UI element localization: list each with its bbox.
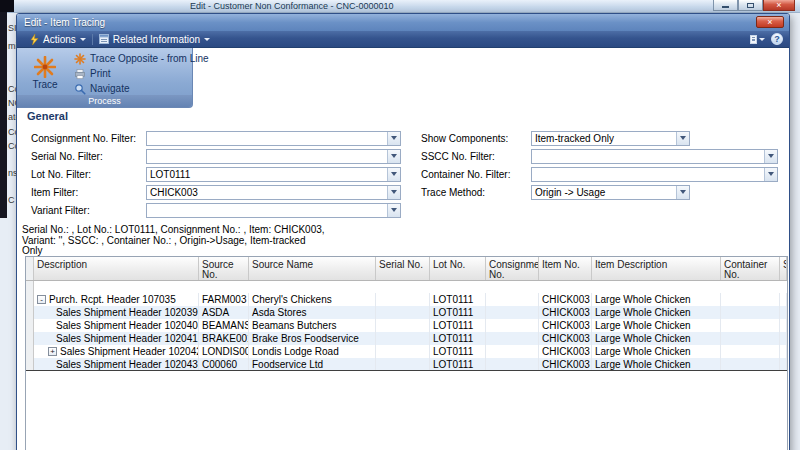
variant-filter-combobox[interactable] bbox=[146, 203, 401, 218]
close-button[interactable]: × bbox=[763, 0, 795, 11]
container-no-filter-combobox[interactable] bbox=[531, 167, 778, 182]
collapse-icon[interactable]: - bbox=[37, 295, 46, 304]
help-icon: ? bbox=[774, 34, 780, 44]
cell-consignment_no bbox=[486, 319, 539, 332]
tree-indent bbox=[37, 325, 56, 326]
cell-item_no: CHICK003 bbox=[539, 332, 592, 345]
row-selector[interactable] bbox=[26, 358, 34, 370]
view-options-button[interactable] bbox=[750, 34, 765, 45]
chevron-down-icon[interactable] bbox=[387, 132, 400, 145]
column-header-lot-no[interactable]: Lot No. bbox=[430, 257, 486, 280]
column-header-item-no[interactable]: Item No. bbox=[539, 257, 592, 280]
column-header-source-no[interactable]: Source No. bbox=[199, 257, 249, 280]
cell-source_no: LONDIS002 bbox=[199, 345, 249, 358]
dialog-titlebar[interactable]: Edit - Item Tracing × bbox=[17, 14, 789, 31]
column-header-description[interactable]: Description bbox=[34, 257, 199, 280]
row-selector[interactable] bbox=[26, 306, 34, 319]
cell-lot_no: LOT0111 bbox=[430, 332, 486, 345]
table-row[interactable]: Sales Shipment Header 102041BRAKE001Brak… bbox=[26, 332, 787, 345]
chevron-down-icon[interactable] bbox=[387, 150, 400, 163]
cell-item_no: CHICK003 bbox=[539, 306, 592, 319]
cell-consignment_no bbox=[486, 358, 539, 370]
column-header-container-no[interactable]: Container No. bbox=[721, 257, 780, 280]
cell-consignment_no bbox=[486, 306, 539, 319]
table-row[interactable]: Sales Shipment Header 102039ASDAAsda Sto… bbox=[26, 306, 787, 319]
cell-source_name: Brake Bros Foodservice bbox=[249, 332, 376, 345]
lightning-icon bbox=[30, 34, 39, 45]
related-information-menu[interactable]: Related Information bbox=[93, 31, 216, 47]
grid-rows: -Purch. Rcpt. Header 107035FARM003Cheryl… bbox=[26, 281, 787, 371]
row-selector[interactable] bbox=[26, 281, 34, 293]
minimize-button[interactable] bbox=[713, 0, 738, 11]
column-header-serial-no[interactable]: Serial No. bbox=[376, 257, 430, 280]
chevron-down-icon[interactable] bbox=[387, 204, 400, 217]
table-row[interactable]: -Purch. Rcpt. Header 107035FARM003Cheryl… bbox=[26, 293, 787, 306]
row-selector[interactable] bbox=[26, 293, 34, 306]
filter-fields-right: Show Components:Item-tracked OnlySSCC No… bbox=[421, 129, 778, 201]
chevron-down-icon[interactable] bbox=[764, 168, 777, 181]
actions-menu[interactable]: Actions bbox=[24, 31, 92, 47]
column-header-consignment-no[interactable]: Consignment No. bbox=[486, 257, 539, 280]
trace-results-grid: DescriptionSource No.Source NameSerial N… bbox=[25, 256, 788, 450]
cell-container_no bbox=[721, 345, 780, 358]
cell-item_no: CHICK003 bbox=[539, 319, 592, 332]
lot-no-filter-combobox[interactable]: LOT0111 bbox=[146, 167, 401, 182]
table-row[interactable]: +Sales Shipment Header 102042LONDIS002Lo… bbox=[26, 345, 787, 358]
cell-source_no: FARM003 bbox=[199, 293, 249, 306]
table-row[interactable]: Sales Shipment Header 102040BEAMANSBeama… bbox=[26, 319, 787, 332]
help-button[interactable]: ? bbox=[771, 33, 783, 45]
cell-container_no bbox=[721, 293, 780, 306]
filter-fields-left: Consignment No. Filter:Serial No. Filter… bbox=[31, 129, 401, 219]
column-header-source-name[interactable]: Source Name bbox=[249, 257, 376, 280]
show-components-value: Item-tracked Only bbox=[532, 132, 676, 145]
trace-button[interactable]: Trace bbox=[22, 50, 68, 95]
chevron-down-icon[interactable] bbox=[764, 150, 777, 163]
cell-description: +Sales Shipment Header 102042 bbox=[34, 345, 199, 358]
dialog-close-button[interactable]: × bbox=[756, 16, 784, 28]
cell-source_no: ASDA bbox=[199, 306, 249, 319]
trace-icon bbox=[34, 56, 56, 78]
description-text: Sales Shipment Header 102042 bbox=[60, 346, 199, 357]
description-text: Sales Shipment Header 102040 bbox=[56, 320, 198, 331]
ribbon-process-group: Trace Trace Opposite - from LinePrintNav… bbox=[17, 48, 193, 108]
cell-source_name: Foodservice Ltd bbox=[249, 358, 376, 370]
item-filter-combobox[interactable]: CHICK003 bbox=[146, 185, 401, 200]
expand-icon[interactable]: + bbox=[48, 347, 57, 356]
serial-no-filter-combobox[interactable] bbox=[146, 149, 401, 164]
sscc-no-filter-combobox[interactable] bbox=[531, 149, 778, 164]
chevron-down-icon[interactable] bbox=[676, 186, 689, 199]
cell-description: Sales Shipment Header 102039 bbox=[34, 306, 199, 319]
background-window-title: Edit - Customer Non Conformance - CNC-00… bbox=[190, 1, 394, 11]
row-selector[interactable] bbox=[26, 345, 34, 358]
cell-item_description: Large Whole Chicken bbox=[592, 332, 721, 345]
table-row[interactable]: Sales Shipment Header 102043C00060Foodse… bbox=[26, 358, 787, 371]
cell-container_no bbox=[721, 306, 780, 319]
row-selector[interactable] bbox=[26, 319, 34, 332]
column-header-item-description[interactable]: Item Description bbox=[592, 257, 721, 280]
empty-grid-row bbox=[26, 281, 787, 293]
maximize-button[interactable] bbox=[738, 0, 763, 11]
row-selector[interactable] bbox=[26, 332, 34, 345]
cell-s bbox=[780, 358, 787, 370]
chevron-down-icon[interactable] bbox=[387, 168, 400, 181]
show-components-label: Show Components: bbox=[421, 133, 531, 144]
trace-opposite-from-line-menu-item[interactable]: Trace Opposite - from Line bbox=[74, 51, 209, 66]
show-components-combobox[interactable]: Item-tracked Only bbox=[531, 131, 690, 146]
trace-method-combobox[interactable]: Origin -> Usage bbox=[531, 185, 690, 200]
navigate-menu-item[interactable]: Navigate bbox=[74, 81, 209, 96]
cell-lot_no: LOT0111 bbox=[430, 293, 486, 306]
related-information-menu-label: Related Information bbox=[113, 34, 200, 45]
chevron-down-icon bbox=[204, 38, 210, 41]
chevron-down-icon[interactable] bbox=[676, 132, 689, 145]
print-menu-item[interactable]: Print bbox=[74, 66, 209, 81]
show-components-field: Show Components:Item-tracked Only bbox=[421, 129, 778, 147]
chevron-down-icon[interactable] bbox=[387, 186, 400, 199]
cell-serial_no bbox=[376, 332, 430, 345]
item-filter-field: Item Filter:CHICK003 bbox=[31, 183, 401, 201]
dialog-body: Trace Trace Opposite - from LinePrintNav… bbox=[17, 48, 789, 450]
column-header-s[interactable]: S bbox=[780, 257, 787, 280]
process-group-label: Process bbox=[17, 95, 192, 107]
cell-source_name: Cheryl's Chickens bbox=[249, 293, 376, 306]
trace-method-label: Trace Method: bbox=[421, 187, 531, 198]
consignment-no-filter-combobox[interactable] bbox=[146, 131, 401, 146]
